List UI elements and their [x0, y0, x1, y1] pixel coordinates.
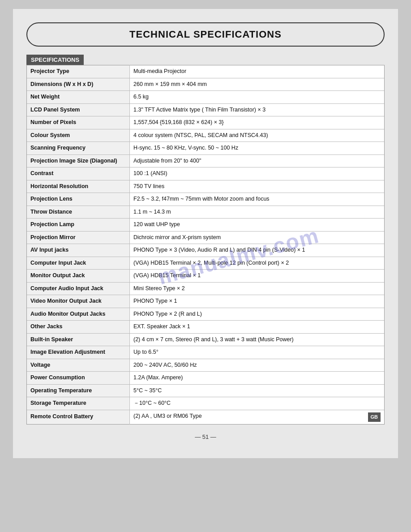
spec-value: 1.3" TFT Active Matrix type ( Thin Film …: [130, 103, 385, 116]
spec-value: Multi-media Projector: [130, 65, 385, 78]
spec-label: Computer Input Jack: [27, 257, 130, 270]
table-row: Net Weight6.5 kg: [27, 91, 385, 104]
section-header: SPECIFICATIONS: [26, 55, 84, 65]
spec-label: Net Weight: [27, 91, 130, 104]
spec-label: Remote Control Battery: [27, 410, 130, 424]
table-row: Scanning FrequencyH-sync. 15 ~ 80 KHz, V…: [27, 142, 385, 155]
spec-value: H-sync. 15 ~ 80 KHz, V-sync. 50 ~ 100 Hz: [130, 142, 385, 155]
table-row: Power Consumption1.2A (Max. Ampere): [27, 372, 385, 385]
spec-label: Throw Distance: [27, 206, 130, 219]
title-box: TECHNICAL SPECIFICATIONS: [26, 22, 385, 47]
spec-value: PHONO Type × 3 (Video, Audio R and L) an…: [130, 244, 385, 257]
table-row: LCD Panel System1.3" TFT Active Matrix t…: [27, 103, 385, 116]
table-row: Other JacksEXT. Speaker Jack × 1: [27, 321, 385, 334]
spec-label: Audio Monitor Output Jacks: [27, 308, 130, 321]
spec-label: Built-in Speaker: [27, 333, 130, 346]
spec-value: 120 watt UHP type: [130, 219, 385, 232]
spec-value: 4 colour system (NTSC, PAL, SECAM and NT…: [130, 129, 385, 142]
table-row: Contrast100 :1 (ANSI): [27, 167, 385, 180]
spec-label: Contrast: [27, 167, 130, 180]
table-row: Computer Audio Input JackMini Stereo Typ…: [27, 282, 385, 295]
spec-label: Power Consumption: [27, 372, 130, 385]
spec-value: 1,557,504 {519,168 (832 × 624) × 3}: [130, 116, 385, 129]
spec-value: PHONO Type × 2 (R and L): [130, 308, 385, 321]
spec-value: Dichroic mirror and X-prism system: [130, 231, 385, 244]
table-row: Horizontal Resolution750 TV lines: [27, 180, 385, 193]
table-row: Throw Distance1.1 m ~ 14.3 m: [27, 206, 385, 219]
spec-value: 6.5 kg: [130, 91, 385, 104]
spec-value: (VGA) HDB15 Terminal × 1: [130, 270, 385, 283]
spec-label: Projection Lens: [27, 193, 130, 206]
spec-label: Colour System: [27, 129, 130, 142]
spec-value: Up to 6.5°: [130, 346, 385, 359]
spec-label: Operating Temperature: [27, 384, 130, 397]
table-row: Projector TypeMulti-media Projector: [27, 65, 385, 78]
spec-label: AV Input jacks: [27, 244, 130, 257]
spec-value: 200 ~ 240V AC, 50/60 Hz: [130, 359, 385, 372]
table-row: Projection Lamp120 watt UHP type: [27, 219, 385, 232]
spec-label: Video Monitor Output Jack: [27, 295, 130, 308]
spec-value: －10°C ~ 60°C: [130, 397, 385, 410]
spec-label: Computer Audio Input Jack: [27, 282, 130, 295]
page-title: TECHNICAL SPECIFICATIONS: [129, 29, 282, 40]
spec-label: Projection Mirror: [27, 231, 130, 244]
spec-value: EXT. Speaker Jack × 1: [130, 321, 385, 334]
spec-value: (2) AA , UM3 or RM06 TypeGB: [130, 410, 385, 424]
spec-label: LCD Panel System: [27, 103, 130, 116]
table-row: Projection MirrorDichroic mirror and X-p…: [27, 231, 385, 244]
spec-label: Scanning Frequency: [27, 142, 130, 155]
gb-badge: GB: [368, 412, 381, 422]
spec-label: Horizontal Resolution: [27, 180, 130, 193]
table-row: Number of Pixels1,557,504 {519,168 (832 …: [27, 116, 385, 129]
table-row: Operating Temperature5°C ~ 35°C: [27, 384, 385, 397]
page-number: — 51 —: [26, 433, 385, 440]
table-row: Dimensions (W x H x D)260 mm × 159 mm × …: [27, 78, 385, 91]
table-row: Monitor Output Jack(VGA) HDB15 Terminal …: [27, 270, 385, 283]
spec-value: Adjustable from 20" to 400": [130, 154, 385, 167]
table-row: Computer Input Jack(VGA) HDB15 Terminal …: [27, 257, 385, 270]
spec-label: Image Elevation Adjustment: [27, 346, 130, 359]
table-row: Colour System4 colour system (NTSC, PAL,…: [27, 129, 385, 142]
spec-label: Projection Image Size (Diagonal): [27, 154, 130, 167]
table-row: Storage Temperature－10°C ~ 60°C: [27, 397, 385, 410]
spec-value: 260 mm × 159 mm × 404 mm: [130, 78, 385, 91]
spec-value: 750 TV lines: [130, 180, 385, 193]
spec-label: Monitor Output Jack: [27, 270, 130, 283]
table-row: Voltage200 ~ 240V AC, 50/60 Hz: [27, 359, 385, 372]
spec-label: Voltage: [27, 359, 130, 372]
spec-label: Dimensions (W x H x D): [27, 78, 130, 91]
spec-label: Number of Pixels: [27, 116, 130, 129]
table-row: Projection LensF2.5 ~ 3.2, f47mm ~ 75mm …: [27, 193, 385, 206]
spec-value: (VGA) HDB15 Terminal × 2, Multi-pole 12 …: [130, 257, 385, 270]
table-row: Video Monitor Output JackPHONO Type × 1: [27, 295, 385, 308]
spec-label: Other Jacks: [27, 321, 130, 334]
specs-table: Projector TypeMulti-media ProjectorDimen…: [26, 65, 385, 425]
spec-label: Projection Lamp: [27, 219, 130, 232]
page: TECHNICAL SPECIFICATIONS SPECIFICATIONS …: [13, 9, 398, 458]
spec-value: Mini Stereo Type × 2: [130, 282, 385, 295]
spec-value: F2.5 ~ 3.2, f47mm ~ 75mm with Motor zoom…: [130, 193, 385, 206]
table-row: Audio Monitor Output JacksPHONO Type × 2…: [27, 308, 385, 321]
table-row: Image Elevation AdjustmentUp to 6.5°: [27, 346, 385, 359]
spec-value: (2) 4 cm × 7 cm, Stereo (R and L), 3 wat…: [130, 333, 385, 346]
spec-value: 100 :1 (ANSI): [130, 167, 385, 180]
spec-label: Projector Type: [27, 65, 130, 78]
table-row: Projection Image Size (Diagonal)Adjustab…: [27, 154, 385, 167]
spec-label: Storage Temperature: [27, 397, 130, 410]
spec-value: 1.2A (Max. Ampere): [130, 372, 385, 385]
table-row: AV Input jacksPHONO Type × 3 (Video, Aud…: [27, 244, 385, 257]
table-row: Built-in Speaker(2) 4 cm × 7 cm, Stereo …: [27, 333, 385, 346]
table-row: Remote Control Battery(2) AA , UM3 or RM…: [27, 410, 385, 424]
spec-value: 1.1 m ~ 14.3 m: [130, 206, 385, 219]
spec-value: PHONO Type × 1: [130, 295, 385, 308]
spec-value: 5°C ~ 35°C: [130, 384, 385, 397]
